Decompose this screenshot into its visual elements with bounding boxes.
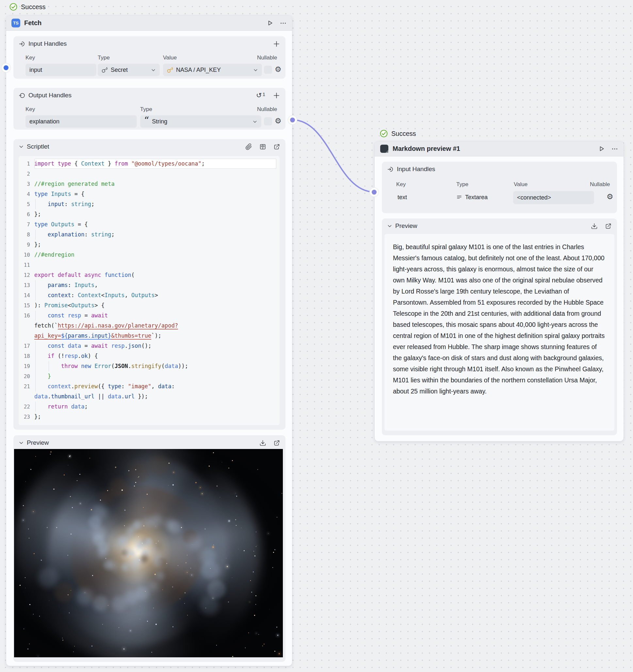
api-key-icon — [167, 67, 173, 73]
code-row[interactable]: 9}; — [20, 240, 278, 250]
code-row[interactable]: 21 context.preview({ type: "image", data… — [20, 381, 278, 391]
code-row[interactable]: 12export default async function( — [20, 270, 278, 280]
code-row[interactable]: 23}; — [20, 412, 278, 422]
textarea-type-icon — [456, 194, 462, 200]
input-type-select[interactable]: Secret — [98, 64, 160, 76]
code-row[interactable]: 11 — [20, 260, 278, 270]
markdown-preview-panel: Preview Big, beautiful spiral galaxy M10… — [382, 218, 617, 435]
code-row[interactable]: 18 if (!resp.ok) { — [20, 351, 278, 361]
code-row[interactable]: 20 } — [20, 371, 278, 381]
success-check-icon — [379, 129, 388, 138]
preview-title: Preview — [395, 222, 588, 230]
handle-history-button[interactable]: ↺ 1 — [256, 92, 265, 99]
code-row[interactable]: 8 explanation: string; — [20, 230, 278, 240]
markdown-input-handle[interactable] — [370, 188, 379, 197]
output-settings-gear-icon[interactable]: ⚙ — [275, 117, 282, 125]
fetch-input-handle[interactable] — [2, 63, 10, 72]
input-type-value: Secret — [111, 67, 148, 73]
markdown-note-icon — [380, 144, 389, 153]
fetch-node[interactable]: TS Fetch Input Handles — [6, 15, 292, 666]
md-settings-gear-icon[interactable]: ⚙ — [607, 193, 613, 200]
col-type: Type — [98, 54, 110, 61]
node-menu-button[interactable] — [280, 20, 287, 27]
input-value-select[interactable]: NASA / API_KEY — [163, 64, 262, 76]
code-row[interactable]: 2 — [20, 169, 278, 179]
code-row[interactable]: 16 const resp = await — [20, 311, 278, 321]
input-settings-gear-icon[interactable]: ⚙ — [275, 66, 282, 73]
download-preview-icon[interactable] — [259, 439, 266, 447]
code-row[interactable]: 4type Inputs = { — [20, 189, 278, 199]
output-nullable-checkbox[interactable] — [264, 117, 272, 125]
open-preview-icon[interactable] — [273, 439, 280, 447]
output-type-select[interactable]: “ String — [140, 115, 261, 128]
code-row[interactable]: 19 throw new Error(JSON.stringify(data))… — [20, 361, 278, 371]
download-preview-icon[interactable] — [591, 223, 598, 230]
string-type-icon: “ — [144, 119, 149, 124]
code-row[interactable]: fetch(`https://api.nasa.gov/planetary/ap… — [20, 321, 278, 331]
markdown-node[interactable]: Markdown preview #1 Input Handles Key Ty… — [374, 141, 624, 441]
history-count: 1 — [263, 92, 265, 97]
col-key: Key — [25, 54, 35, 61]
col-nullable: Nullable — [257, 106, 277, 113]
code-row[interactable]: data.thumbnail_url || data.url }); — [20, 391, 278, 402]
preview-title: Preview — [27, 439, 256, 447]
fetch-status-text: Success — [21, 3, 46, 11]
markdown-node-title: Markdown preview #1 — [393, 145, 594, 152]
code-row[interactable]: 17 const data = await resp.json(); — [20, 341, 278, 351]
input-key-field[interactable]: input — [25, 64, 96, 76]
fetch-input-handles-panel: Input Handles Key Type Value Nullable in… — [14, 36, 285, 79]
markdown-status-text: Success — [391, 130, 416, 138]
output-key-field[interactable]: explanation — [25, 115, 137, 128]
input-handles-icon — [19, 41, 25, 47]
col-key: Key — [396, 181, 406, 188]
attach-file-icon[interactable] — [245, 143, 252, 150]
fetch-node-header[interactable]: TS Fetch — [6, 16, 292, 31]
collapse-chevron-icon[interactable] — [19, 440, 24, 446]
collapse-chevron-icon[interactable] — [387, 223, 392, 229]
open-docs-icon[interactable] — [259, 143, 266, 150]
code-row[interactable]: 6}; — [20, 209, 278, 219]
code-row[interactable]: 10//#endregion — [20, 250, 278, 260]
md-value-field[interactable]: <connected> — [513, 191, 594, 204]
col-key: Key — [25, 106, 35, 113]
history-icon: ↺ — [256, 92, 262, 99]
fetch-output-handles-panel: Output Handles ↺ 1 Key Type Nullable exp… — [14, 88, 285, 129]
code-row[interactable]: 1import type { Context } from "@oomol/ty… — [20, 159, 278, 169]
typescript-badge-icon: TS — [11, 19, 20, 27]
add-input-handle-button[interactable] — [273, 40, 280, 48]
md-value-text: <connected> — [517, 194, 551, 201]
fetch-output-handle[interactable] — [288, 116, 297, 124]
success-check-icon — [9, 3, 18, 11]
input-nullable-checkbox[interactable] — [264, 66, 272, 74]
flow-canvas[interactable]: Success TS Fetch Input Handles — [0, 0, 633, 672]
code-row[interactable]: 13 params: Inputs, — [20, 280, 278, 290]
markdown-input-handles-panel: Input Handles Key Type Value Nullable te… — [382, 162, 617, 213]
markdown-status-badge: Success — [379, 129, 416, 138]
code-row[interactable]: api_key=${params.input}&thumbs=true`); — [20, 331, 278, 341]
input-handles-title: Input Handles — [28, 40, 270, 47]
scriptlet-title: Scriptlet — [27, 143, 242, 150]
edge-fetch-to-markdown[interactable] — [292, 120, 374, 192]
run-node-button[interactable] — [598, 145, 605, 152]
md-key-value: text — [398, 194, 407, 201]
run-node-button[interactable] — [266, 19, 274, 27]
code-row[interactable]: 5 input: string; — [20, 199, 278, 209]
input-value-text: NASA / API_KEY — [176, 67, 250, 73]
add-output-handle-button[interactable] — [273, 92, 280, 99]
code-row[interactable]: 22 return data; — [20, 402, 278, 412]
open-preview-icon[interactable] — [605, 223, 612, 230]
markdown-preview-text[interactable]: Big, beautiful spiral galaxy M101 is one… — [384, 234, 614, 431]
open-in-editor-icon[interactable] — [273, 143, 280, 150]
markdown-node-header[interactable]: Markdown preview #1 — [375, 141, 624, 157]
code-row[interactable]: 7type Outputs = { — [20, 219, 278, 230]
md-type-value: Textarea — [465, 194, 488, 201]
collapse-chevron-icon[interactable] — [19, 144, 24, 149]
col-value: Value — [163, 54, 177, 61]
code-row[interactable]: 15): Promise<Outputs> { — [20, 301, 278, 311]
code-editor[interactable]: 1import type { Context } from "@oomol/ty… — [19, 156, 280, 425]
code-row[interactable]: 14 context: Context<Inputs, Outputs> — [20, 290, 278, 301]
node-menu-button[interactable] — [611, 145, 618, 152]
secret-key-icon — [101, 67, 108, 73]
output-handles-title: Output Handles — [28, 92, 253, 99]
code-row[interactable]: 3//#region generated meta — [20, 179, 278, 189]
